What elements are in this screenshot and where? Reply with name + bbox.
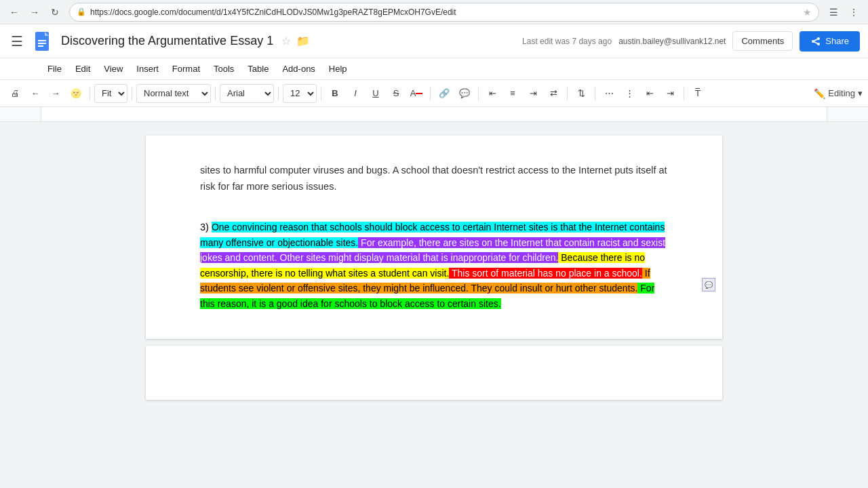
pencil-icon: ✏️: [814, 88, 825, 99]
star-icon[interactable]: ☆: [281, 35, 291, 47]
menu-edit[interactable]: Edit: [68, 61, 97, 77]
separator-5: [321, 87, 321, 100]
underline-button[interactable]: U: [366, 83, 385, 104]
separator-7: [478, 87, 479, 100]
separator-10: [684, 87, 684, 100]
extensions-button[interactable]: ☰: [825, 3, 842, 21]
separator-8: [567, 87, 568, 100]
svg-line-9: [813, 41, 818, 44]
paragraph-3: 3) One convincing reason that schools sh…: [200, 220, 668, 311]
menu-insert[interactable]: Insert: [130, 61, 165, 77]
bold-button[interactable]: B: [326, 83, 344, 104]
menu-file[interactable]: File: [41, 61, 68, 77]
separator-4: [278, 87, 279, 100]
partial-top-text: sites to harmful computer viruses and bu…: [200, 163, 668, 195]
toolbar: 🖨 ← → 🌝 Fit Normal text Arial 12 B I U S…: [0, 80, 868, 107]
svg-rect-2: [38, 43, 46, 44]
forward-button[interactable]: →: [26, 3, 43, 21]
browser-bar: ← → ↻ 🔒 https://docs.google.com/document…: [0, 0, 868, 24]
menu-help[interactable]: Help: [322, 61, 354, 77]
paragraph-number: 3): [200, 222, 212, 232]
docs-logo: [31, 30, 53, 52]
editing-group: ✏️ Editing ▾: [814, 88, 863, 99]
align-left-button[interactable]: ⇤: [483, 83, 502, 104]
url-text: https://docs.google.com/document/d/1x4Y5…: [90, 7, 456, 17]
menu-view[interactable]: View: [97, 61, 130, 77]
text-color-button[interactable]: A: [407, 83, 426, 104]
app-bar: ☰ Discovering the Argumentative Essay 1 …: [0, 24, 868, 58]
bookmark-icon[interactable]: ★: [803, 7, 812, 18]
text-style-select[interactable]: Normal text: [136, 84, 211, 103]
share-label: Share: [825, 36, 849, 46]
print-button[interactable]: 🖨: [5, 83, 24, 104]
separator-1: [90, 87, 90, 100]
paint-format-button[interactable]: 🌝: [66, 83, 85, 104]
folder-icon[interactable]: 📁: [296, 35, 310, 47]
menu-bar: File Edit View Insert Format Tools Table…: [0, 58, 868, 80]
undo-button[interactable]: ←: [26, 83, 45, 104]
reload-button[interactable]: ↻: [46, 3, 64, 21]
clear-formatting-button[interactable]: T̅: [688, 83, 707, 104]
comments-button[interactable]: Comments: [732, 31, 793, 51]
app-bar-right: Last edit was 7 days ago austin.bailey@s…: [522, 31, 860, 52]
comment-button[interactable]: 💬: [455, 83, 474, 104]
ruler: [0, 107, 868, 122]
align-center-button[interactable]: ≡: [503, 83, 522, 104]
menu-format[interactable]: Format: [165, 61, 207, 77]
italic-button[interactable]: I: [346, 83, 365, 104]
menu-button[interactable]: ⋮: [845, 3, 863, 21]
share-button[interactable]: Share: [800, 31, 860, 52]
secure-icon: 🔒: [77, 7, 86, 16]
separator-9: [595, 87, 595, 100]
back-button[interactable]: ←: [5, 3, 23, 21]
hamburger-icon[interactable]: ☰: [8, 30, 26, 52]
ruler-inner: [41, 107, 827, 121]
font-size-select[interactable]: 12: [283, 84, 317, 103]
strikethrough-button[interactable]: S: [387, 83, 406, 104]
partial-top-content: sites to harmful computer viruses and bu…: [200, 165, 667, 192]
editing-label: Editing: [828, 88, 855, 98]
doc-page-1: sites to harmful computer viruses and bu…: [146, 136, 722, 339]
increase-indent-button[interactable]: ⇥: [660, 83, 679, 104]
svg-rect-3: [38, 45, 43, 47]
editing-indicator: ✏️ Editing ▾: [814, 88, 863, 99]
nav-buttons: ← → ↻: [5, 3, 64, 21]
numbered-list-button[interactable]: ⋯: [599, 83, 618, 104]
doc-page-2: [146, 346, 722, 400]
font-select[interactable]: Arial: [220, 84, 274, 103]
menu-addons[interactable]: Add-ons: [275, 61, 321, 77]
doc-title: Discovering the Argumentative Essay 1: [61, 34, 273, 48]
zoom-select[interactable]: Fit: [94, 84, 127, 103]
bulleted-list-button[interactable]: ⋮: [620, 83, 639, 104]
segment-red: This sort of material has no place in a …: [449, 268, 642, 279]
decrease-indent-button[interactable]: ⇤: [640, 83, 659, 104]
separator-2: [132, 87, 132, 100]
share-icon: [810, 36, 821, 47]
redo-button[interactable]: →: [46, 83, 65, 104]
line-spacing-button[interactable]: ⇅: [572, 83, 591, 104]
browser-actions: ☰ ⋮: [825, 3, 863, 21]
user-email: austin.bailey@sullivank12.net: [618, 37, 726, 46]
comment-sidebar-icon: 💬: [702, 278, 715, 291]
editing-chevron[interactable]: ▾: [858, 88, 863, 98]
last-edit-text: Last edit was 7 days ago: [522, 37, 612, 46]
justify-button[interactable]: ⇄: [544, 83, 563, 104]
menu-tools[interactable]: Tools: [207, 61, 241, 77]
separator-6: [430, 87, 431, 100]
link-button[interactable]: 🔗: [435, 83, 454, 104]
doc-area[interactable]: sites to harmful computer viruses and bu…: [0, 122, 868, 488]
align-right-button[interactable]: ⇥: [524, 83, 542, 104]
address-bar[interactable]: 🔒 https://docs.google.com/document/d/1x4…: [69, 3, 819, 22]
menu-table[interactable]: Table: [241, 61, 275, 77]
svg-line-8: [813, 39, 818, 41]
svg-rect-1: [38, 40, 46, 41]
separator-3: [215, 87, 216, 100]
